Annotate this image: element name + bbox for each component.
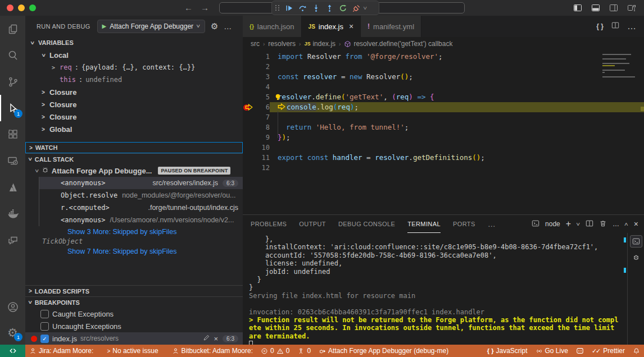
panel-more-actions-icon[interactable]: … — [613, 220, 619, 228]
gutter-glyph[interactable] — [243, 122, 254, 132]
tab-launch.json[interactable]: {}launch.json — [243, 16, 302, 37]
problems-status-item[interactable]: 0 0 — [257, 345, 293, 357]
extension-grid-status-icon[interactable] — [572, 345, 588, 357]
skipfiles-link[interactable]: Show 3 More: Skipped by skipFiles — [25, 226, 243, 237]
terminal-dropdown-icon[interactable]: > — [575, 222, 582, 226]
code-line[interactable]: 10 — [243, 143, 644, 153]
gutter-glyph[interactable] — [243, 62, 254, 72]
extensions-icon[interactable] — [0, 121, 25, 148]
breadcrumb-item[interactable]: JSindex.js — [304, 40, 335, 48]
code-line[interactable]: 9}); — [243, 132, 644, 143]
remove-breakpoint-icon[interactable]: × — [214, 335, 219, 343]
variable-row[interactable]: >Local — [25, 49, 243, 61]
debugger-status-item[interactable]: Attach Forge App Debugger (debug-me) — [315, 345, 452, 357]
atlassian-icon[interactable] — [0, 174, 25, 200]
prettier-status-item[interactable]: ✓✓ Prettier — [588, 345, 629, 357]
twistie-icon[interactable]: > — [40, 102, 47, 108]
twistie-icon[interactable]: > — [40, 114, 47, 120]
gutter-glyph[interactable] — [243, 52, 254, 62]
tab-index.js[interactable]: JSindex.js× — [302, 16, 361, 37]
gutter-glyph[interactable] — [243, 72, 254, 82]
launch-config-dropdown[interactable]: ▶ Attach Forge App Debugger > — [97, 20, 205, 33]
panel-tab-output[interactable]: OUTPUT — [299, 215, 326, 233]
breakpoint-checkbox[interactable] — [40, 322, 49, 331]
variables-section-header[interactable]: >VARIABLES — [25, 36, 243, 49]
comments-icon[interactable] — [0, 227, 25, 253]
nav-forward-icon[interactable]: → — [201, 3, 209, 12]
new-terminal-icon[interactable]: + — [566, 219, 571, 229]
breadcrumb-item[interactable]: resolvers — [268, 40, 296, 48]
variable-row[interactable]: >Closure — [25, 86, 243, 98]
source-control-icon[interactable] — [0, 68, 25, 95]
breakpoint-row[interactable]: Uncaught Exceptions — [25, 320, 243, 332]
panel-tab-ports[interactable]: PORTS — [453, 215, 475, 233]
active-issue-status-item[interactable]: > No active issue — [103, 345, 162, 357]
loaded-scripts-section-header[interactable]: >LOADED SCRIPTS — [25, 285, 243, 296]
code-line[interactable]: 4 — [243, 82, 644, 92]
search-icon[interactable] — [0, 42, 25, 68]
editor-more-actions-icon[interactable]: … — [627, 21, 636, 31]
bitbucket-status-item[interactable]: Bitbucket: Adam Moore: — [168, 345, 257, 357]
start-debug-icon[interactable]: ▶ — [102, 23, 107, 29]
code-line[interactable]: 5resolver.define('getText', (req) => { — [243, 92, 644, 102]
run-and-debug-icon[interactable]: 1 — [0, 95, 25, 121]
breakpoint-row[interactable]: ✓index.jssrc/resolvers×6:3 — [25, 332, 243, 345]
panel-more-tabs-icon[interactable]: … — [488, 219, 496, 228]
gutter-glyph[interactable] — [243, 92, 254, 102]
kill-terminal-icon[interactable] — [599, 219, 607, 229]
stack-frame-row[interactable]: <anonymous>/Users/amoore/.nvm/versions/n… — [39, 214, 243, 226]
radio-tower-status-item[interactable]: 0 — [293, 345, 315, 357]
stack-frame-row[interactable]: TickObject — [25, 237, 243, 246]
step-out-button[interactable] — [323, 2, 335, 14]
drag-grip-icon[interactable] — [275, 5, 280, 11]
accounts-icon[interactable] — [0, 294, 25, 320]
gutter-glyph[interactable] — [243, 82, 254, 92]
sticky-braces-icon[interactable]: { } — [596, 22, 604, 30]
explorer-icon[interactable] — [0, 16, 25, 42]
gutter-glyph[interactable] — [243, 102, 254, 112]
tab-manifest.yml[interactable]: !manifest.yml — [361, 16, 421, 37]
terminal-tab-node-icon[interactable] — [630, 235, 642, 248]
step-into-button[interactable] — [310, 2, 322, 14]
continue-button[interactable] — [283, 2, 295, 14]
zoom-window-button[interactable] — [29, 4, 36, 11]
split-editor-icon[interactable] — [611, 21, 619, 31]
gutter-glyph[interactable] — [243, 112, 254, 122]
gutter-glyph[interactable] — [243, 143, 254, 153]
language-mode-status-item[interactable]: { } JavaScript — [483, 345, 532, 357]
twistie-icon[interactable]: > — [40, 52, 47, 58]
stack-frame-row[interactable]: r.<computed>.forge/tunnel-output/index.c… — [39, 202, 243, 214]
code-line[interactable]: 7 — [243, 112, 644, 122]
code-line[interactable]: 3const resolver = new Resolver(); — [243, 72, 644, 82]
close-panel-icon[interactable]: × — [634, 219, 638, 228]
toggle-secondary-sidebar-icon[interactable] — [609, 3, 618, 15]
toggle-primary-sidebar-icon[interactable] — [573, 3, 582, 15]
terminal-tab-debug-icon[interactable] — [630, 251, 642, 263]
maximize-panel-icon[interactable]: > — [623, 222, 629, 226]
close-tab-icon[interactable]: × — [349, 22, 353, 31]
disconnect-button[interactable] — [350, 2, 362, 14]
call-stack-section-header[interactable]: >CALL STACK — [25, 153, 243, 164]
panel-tab-terminal[interactable]: TERMINAL — [407, 215, 441, 233]
docker-icon[interactable] — [0, 200, 25, 227]
panel-tab-debug-console[interactable]: DEBUG CONSOLE — [338, 215, 395, 233]
variable-row[interactable]: this: undefined — [25, 74, 243, 86]
restart-button[interactable] — [337, 2, 349, 14]
variable-row[interactable]: >Closure — [25, 98, 243, 111]
code-line[interactable]: 11export const handler = resolver.getDef… — [243, 153, 644, 163]
breadcrumb-item[interactable]: resolver.define('getText') callback — [344, 40, 452, 48]
variable-row[interactable]: >req: {payload: {…}, context: {…}} — [25, 61, 243, 74]
sidebar-more-actions-icon[interactable]: … — [224, 22, 232, 31]
twistie-icon[interactable]: > — [50, 65, 57, 71]
twistie-icon[interactable]: > — [40, 89, 47, 95]
close-window-button[interactable] — [7, 4, 13, 11]
edit-breakpoint-icon[interactable] — [203, 335, 210, 343]
variable-row[interactable]: >Global — [25, 123, 243, 135]
variable-row[interactable]: >Closure — [25, 111, 243, 123]
settings-gear-icon[interactable]: ⚙ 1 — [0, 320, 25, 345]
minimap[interactable] — [602, 54, 637, 81]
skipfiles-link[interactable]: Show 7 More: Skipped by skipFiles — [25, 246, 243, 257]
gutter-glyph[interactable] — [243, 132, 254, 143]
breakpoint-row[interactable]: Caught Exceptions — [25, 308, 243, 320]
jira-status-item[interactable]: Jira: Adam Moore: — [25, 345, 97, 357]
